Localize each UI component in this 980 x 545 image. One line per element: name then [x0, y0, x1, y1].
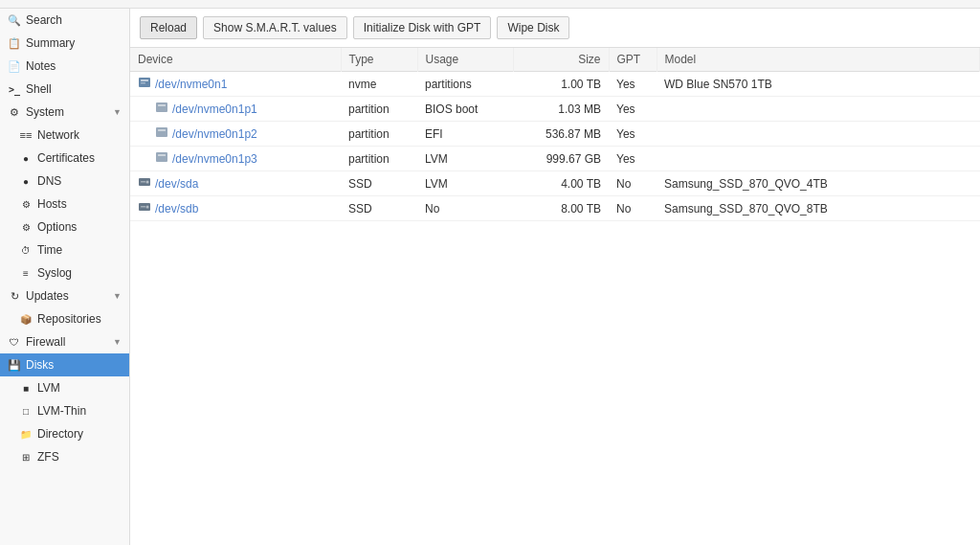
sidebar-item-network[interactable]: ≡≡Network [0, 124, 129, 147]
svg-rect-3 [156, 102, 167, 112]
table-row[interactable]: /dev/sdb SSD No 8.00 TB No Samsung_SSD_8… [130, 196, 980, 221]
svg-point-13 [146, 206, 149, 209]
sidebar-item-lvm-thin[interactable]: □LVM-Thin [0, 399, 129, 422]
expand-arrow: ▼ [113, 337, 122, 347]
sidebar-item-hosts[interactable]: ⚙Hosts [0, 193, 129, 216]
device-name[interactable]: /dev/nvme0n1p1 [172, 102, 257, 116]
table-body: /dev/nvme0n1 nvme partitions 1.00 TB Yes… [130, 72, 980, 221]
expand-arrow: ▼ [113, 107, 122, 117]
wipe-button[interactable]: Wipe Disk [497, 16, 569, 39]
svg-rect-5 [156, 127, 167, 137]
main-content: ReloadShow S.M.A.R.T. valuesInitialize D… [130, 9, 980, 545]
title-bar [0, 0, 980, 9]
toolbar: ReloadShow S.M.A.R.T. valuesInitialize D… [130, 9, 980, 48]
main-layout: 🔍Search📋Summary📄Notes>_Shell⚙System▼≡≡Ne… [0, 9, 980, 545]
col-header-type: Type [341, 48, 417, 72]
system-icon: ⚙ [8, 106, 21, 119]
table-row[interactable]: /dev/sda SSD LVM 4.00 TB No Samsung_SSD_… [130, 171, 980, 196]
usage-cell: LVM [417, 147, 513, 171]
type-cell: SSD [341, 171, 417, 196]
sidebar-item-shell[interactable]: >_Shell [0, 78, 129, 101]
syslog-icon: ≡ [19, 267, 33, 279]
model-cell [657, 147, 980, 171]
sidebar-label-certificates: Certificates [37, 151, 95, 165]
type-cell: partition [341, 147, 417, 171]
sidebar-item-repositories[interactable]: 📦Repositories [0, 307, 129, 330]
reload-button[interactable]: Reload [140, 16, 197, 39]
smart-button[interactable]: Show S.M.A.R.T. values [203, 16, 347, 39]
model-cell: Samsung_SSD_870_QVO_8TB [657, 196, 980, 221]
device-name[interactable]: /dev/nvme0n1 [155, 78, 227, 91]
sidebar-label-time: Time [37, 243, 62, 257]
sidebar-item-search[interactable]: 🔍Search [0, 9, 129, 32]
disk-icon [155, 101, 168, 117]
svg-rect-6 [158, 129, 166, 131]
sidebar-item-certificates[interactable]: ●Certificates [0, 147, 129, 170]
sidebar-label-options: Options [37, 220, 77, 234]
gpt-cell: Yes [609, 97, 657, 122]
sidebar-item-summary[interactable]: 📋Summary [0, 32, 129, 55]
model-cell: Samsung_SSD_870_QVO_4TB [657, 171, 980, 196]
sidebar-item-syslog[interactable]: ≡Syslog [0, 261, 129, 284]
sidebar-label-directory: Directory [37, 427, 83, 441]
col-header-gpt: GPT [609, 48, 657, 72]
sidebar-item-firewall[interactable]: 🛡Firewall▼ [0, 330, 129, 353]
svg-rect-11 [141, 181, 145, 183]
type-cell: partition [341, 122, 417, 147]
expand-arrow: ▼ [113, 291, 122, 301]
table-row[interactable]: /dev/nvme0n1 nvme partitions 1.00 TB Yes… [130, 72, 980, 97]
sidebar-item-system[interactable]: ⚙System▼ [0, 101, 129, 124]
device-name[interactable]: /dev/nvme0n1p3 [172, 152, 257, 166]
certificates-icon: ● [19, 152, 33, 164]
disk-icon [138, 200, 151, 216]
directory-icon: 📁 [19, 428, 33, 440]
sidebar-item-zfs[interactable]: ⊞ZFS [0, 445, 129, 468]
svg-rect-7 [156, 152, 167, 162]
sidebar-label-network: Network [37, 128, 79, 142]
sidebar-label-repositories: Repositories [37, 312, 101, 326]
size-cell: 8.00 TB [513, 196, 609, 221]
firewall-icon: 🛡 [8, 336, 21, 348]
model-cell [657, 97, 980, 122]
sidebar-item-disks[interactable]: 💾Disks [0, 353, 129, 376]
type-cell: SSD [341, 196, 417, 221]
size-cell: 4.00 TB [513, 171, 609, 196]
sidebar-item-dns[interactable]: ●DNS [0, 170, 129, 193]
table-row[interactable]: /dev/nvme0n1p3 partition LVM 999.67 GB Y… [130, 147, 980, 171]
sidebar-label-lvm: LVM [37, 381, 60, 395]
table-row[interactable]: /dev/nvme0n1p2 partition EFI 536.87 MB Y… [130, 122, 980, 147]
sidebar-label-updates: Updates [26, 289, 69, 303]
sidebar-item-updates[interactable]: ↻Updates▼ [0, 284, 129, 307]
sidebar-item-time[interactable]: ⏱Time [0, 238, 129, 261]
lvm-icon: ■ [19, 382, 33, 394]
table-row[interactable]: /dev/nvme0n1p1 partition BIOS boot 1.03 … [130, 97, 980, 122]
init-gpt-button[interactable]: Initialize Disk with GPT [353, 16, 492, 39]
device-name[interactable]: /dev/nvme0n1p2 [172, 127, 257, 141]
sidebar-label-shell: Shell [26, 82, 52, 96]
sidebar-item-options[interactable]: ⚙Options [0, 216, 129, 238]
notes-icon: 📄 [8, 60, 21, 73]
model-cell [657, 122, 980, 147]
size-cell: 1.00 TB [513, 72, 609, 97]
usage-cell: LVM [417, 171, 513, 196]
device-name[interactable]: /dev/sdb [155, 202, 198, 216]
updates-icon: ↻ [8, 290, 21, 303]
device-name[interactable]: /dev/sda [155, 177, 198, 191]
sidebar-label-notes: Notes [26, 59, 56, 73]
disk-icon [155, 125, 168, 142]
usage-cell: No [417, 196, 513, 221]
lvm-thin-icon: □ [19, 405, 33, 417]
sidebar-item-directory[interactable]: 📁Directory [0, 422, 129, 445]
svg-rect-1 [141, 79, 148, 81]
sidebar-label-dns: DNS [37, 174, 61, 188]
options-icon: ⚙ [19, 221, 33, 233]
sidebar-item-notes[interactable]: 📄Notes [0, 55, 129, 78]
disk-table-container: Device Type Usage Size GPT Model /dev/nv… [130, 48, 980, 545]
type-cell: partition [341, 97, 417, 122]
sidebar-item-lvm[interactable]: ■LVM [0, 376, 129, 399]
sidebar-label-disks: Disks [26, 358, 54, 372]
size-cell: 536.87 MB [513, 122, 609, 147]
sidebar: 🔍Search📋Summary📄Notes>_Shell⚙System▼≡≡Ne… [0, 9, 130, 545]
disks-icon: 💾 [8, 359, 21, 372]
time-icon: ⏱ [19, 244, 33, 256]
